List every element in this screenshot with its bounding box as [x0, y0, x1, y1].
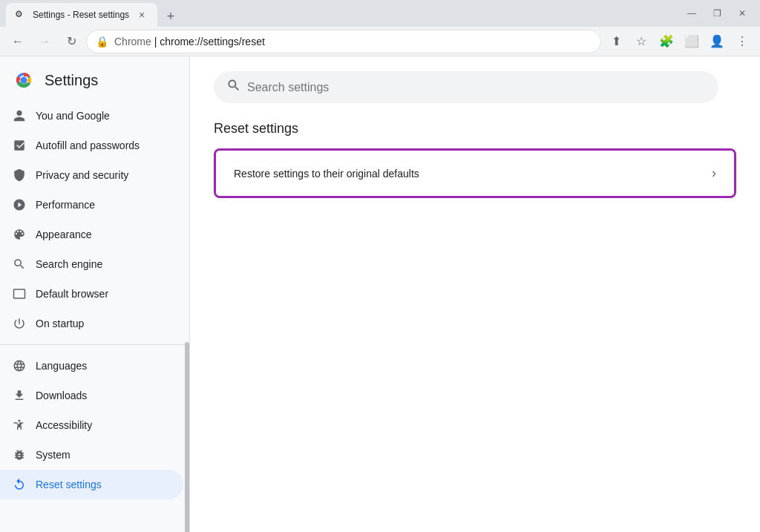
back-button[interactable]: ← [6, 30, 30, 53]
sidebar-item-label: Privacy and security [36, 169, 128, 181]
address-text: Chrome | chrome://settings/reset [114, 36, 592, 47]
sidebar-item-reset-settings[interactable]: Reset settings [0, 470, 183, 499]
sidebar-item-autofill[interactable]: Autofill and passwords [0, 131, 183, 160]
active-tab[interactable]: ⚙ Settings - Reset settings × [6, 3, 157, 27]
accessibility-icon [12, 418, 27, 433]
shield-icon [12, 168, 27, 183]
sidebar-item-label: Reset settings [36, 479, 102, 490]
tab-title: Settings - Reset settings [33, 10, 129, 20]
address-chrome: Chrome [114, 36, 151, 47]
sidebar-item-appearance[interactable]: Appearance [0, 220, 183, 249]
downloads-icon [12, 388, 27, 403]
sidebar-item-on-startup[interactable]: On startup [0, 309, 183, 338]
svg-point-4 [19, 420, 21, 422]
sidebar-item-label: Languages [36, 360, 87, 372]
sidebar-item-search-engine[interactable]: Search engine [0, 249, 183, 279]
restore-defaults-option[interactable]: Restore settings to their original defau… [216, 151, 734, 196]
chevron-right-icon: › [712, 165, 716, 181]
sidebar: Settings You and Google Autofill and pas… [0, 56, 190, 532]
sidebar-item-system[interactable]: System [0, 440, 183, 470]
address-bar[interactable]: 🔒 Chrome | chrome://settings/reset [86, 30, 601, 53]
bookmark-button[interactable]: ☆ [629, 30, 653, 53]
security-icon: 🔒 [96, 36, 108, 47]
menu-button[interactable]: ⋮ [730, 30, 754, 53]
chrome-logo [12, 68, 36, 92]
on-startup-icon [12, 316, 27, 331]
sidebar-divider [0, 344, 189, 345]
search-input[interactable] [247, 81, 706, 94]
sidebar-item-languages[interactable]: Languages [0, 351, 183, 381]
sidebar-item-you-and-google[interactable]: You and Google [0, 101, 183, 131]
person-icon [12, 108, 27, 123]
tab-close-button[interactable]: × [135, 8, 148, 22]
share-button[interactable]: ⬆ [604, 30, 628, 53]
sidebar-item-performance[interactable]: Performance [0, 190, 183, 220]
forward-button[interactable]: → [33, 30, 56, 53]
sidebar-item-label: Appearance [36, 229, 92, 240]
content-area: Reset settings Restore settings to their… [190, 56, 760, 532]
search-icon [226, 78, 241, 96]
reset-settings-card: Restore settings to their original defau… [214, 148, 736, 198]
appearance-icon [12, 227, 27, 242]
address-separator: | [151, 36, 160, 47]
sidebar-item-label: Performance [36, 199, 95, 211]
maximize-button[interactable]: ❐ [705, 1, 729, 25]
sidebar-item-label: Search engine [36, 258, 102, 270]
restore-defaults-label: Restore settings to their original defau… [234, 168, 419, 180]
svg-point-3 [21, 77, 27, 84]
performance-icon [12, 197, 27, 212]
sidebar-item-accessibility[interactable]: Accessibility [0, 410, 183, 440]
refresh-button[interactable]: ↻ [59, 30, 83, 53]
sidebar-item-label: Accessibility [36, 419, 92, 431]
section-title: Reset settings [214, 121, 736, 137]
split-view-button[interactable]: ⬜ [680, 30, 704, 53]
reset-icon [12, 477, 27, 492]
autofill-icon [12, 138, 27, 153]
minimize-button[interactable]: — [680, 1, 704, 25]
sidebar-item-privacy[interactable]: Privacy and security [0, 160, 183, 190]
search-bar[interactable] [214, 71, 718, 103]
extensions-button[interactable]: 🧩 [655, 30, 678, 53]
sidebar-item-downloads[interactable]: Downloads [0, 381, 183, 410]
languages-icon [12, 358, 27, 373]
search-engine-icon [12, 257, 27, 272]
scrollbar-thumb[interactable] [185, 342, 189, 532]
sidebar-title: Settings [45, 72, 98, 89]
search-container [214, 71, 736, 103]
sidebar-item-label: Autofill and passwords [36, 139, 140, 151]
new-tab-button[interactable]: + [160, 6, 181, 27]
system-icon [12, 447, 27, 462]
sidebar-item-label: You and Google [36, 110, 110, 122]
close-button[interactable]: ✕ [730, 1, 754, 25]
tab-favicon: ⚙ [15, 9, 27, 21]
default-browser-icon [12, 286, 27, 301]
profile-button[interactable]: 👤 [705, 30, 729, 53]
scrollbar-track[interactable] [185, 56, 189, 532]
address-path: chrome://settings/reset [160, 36, 265, 47]
sidebar-item-label: Downloads [36, 390, 87, 401]
sidebar-item-label: System [36, 449, 71, 461]
sidebar-item-default-browser[interactable]: Default browser [0, 279, 183, 309]
sidebar-item-label: Default browser [36, 288, 108, 300]
sidebar-item-label: On startup [36, 318, 84, 329]
